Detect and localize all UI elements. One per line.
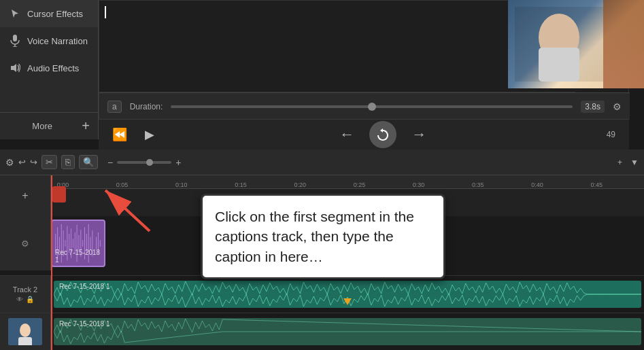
speaker-icon: [8, 61, 22, 75]
duration-label: Duration:: [130, 102, 163, 111]
track1-row: Rec 7-15-2018 1: [0, 313, 644, 350]
caption-segment-red[interactable]: [52, 186, 66, 203]
track2-lock-icon[interactable]: 🔒: [26, 296, 34, 303]
svg-rect-0: [13, 35, 17, 41]
track2-warning-icon: [343, 298, 352, 305]
time-mark-5: 0:05: [116, 181, 129, 188]
sidebar-item-label: Cursor Effects: [27, 9, 83, 19]
captions-track-controls: +: [0, 175, 51, 216]
track2-row: Track 2 👁 🔒 Rec 7-15-2018 1: [0, 275, 644, 313]
duration-slider-handle[interactable]: [368, 103, 376, 111]
audio-segment-label: Rec 7-15-2018 1: [55, 249, 104, 264]
playback-controls: ⏪ ▶ ← → 49: [99, 119, 629, 150]
expand-track-button[interactable]: ▼: [630, 158, 639, 167]
time-mark-20: 0:20: [294, 181, 306, 188]
sidebar: Cursor Effects Voice Narration Audio Eff…: [0, 0, 99, 136]
add-button[interactable]: +: [82, 118, 90, 134]
track2-icon-group: 👁 🔒: [16, 296, 34, 303]
reset-button[interactable]: [369, 121, 396, 148]
play-button[interactable]: ▶: [139, 124, 160, 145]
zoom-tool[interactable]: 🔍: [79, 155, 98, 169]
svg-rect-57: [18, 337, 32, 345]
time-mark-25: 0:25: [354, 181, 366, 188]
zoom-in-button[interactable]: +: [175, 157, 181, 168]
track1-thumbnail: [8, 318, 42, 345]
playhead: [51, 175, 52, 350]
copy-tool[interactable]: ⎘: [61, 155, 75, 169]
add-track-button[interactable]: +: [617, 158, 622, 167]
track2-waveform[interactable]: Rec 7-15-2018 1: [54, 281, 641, 308]
redo-button[interactable]: ↪: [30, 157, 37, 167]
end-time-label: 49: [607, 130, 615, 139]
time-mark-45: 0:45: [590, 181, 603, 188]
sidebar-bottom: More +: [0, 112, 99, 139]
time-mark-35: 0:35: [472, 181, 484, 188]
time-mark-10: 0:10: [175, 181, 188, 188]
cursor-icon: [8, 7, 22, 20]
track1-controls: [0, 313, 51, 350]
track1-content[interactable]: Rec 7-15-2018 1: [54, 318, 641, 345]
time-ruler: 0:00 0:05 0:10 0:15 0:20 0:25 0:30 0:35 …: [51, 175, 644, 189]
callout-box: Click on the first segment in the captio…: [201, 194, 445, 279]
sidebar-item-voice-narration[interactable]: Voice Narration: [0, 27, 98, 54]
cut-tool[interactable]: ✂: [41, 155, 57, 169]
track-settings-icon[interactable]: ⚙: [21, 239, 29, 249]
prev-frame-button[interactable]: ←: [334, 123, 360, 146]
zoom-slider[interactable]: [117, 161, 171, 164]
svg-rect-6: [515, 7, 603, 82]
track1-segment-label: Rec 7-15-2018 1: [59, 320, 110, 328]
sidebar-item-label: Audio Effects: [27, 63, 79, 73]
sidebar-item-label: Voice Narration: [27, 36, 88, 46]
time-mark-30: 0:30: [413, 181, 425, 188]
mic-icon: [8, 34, 22, 48]
text-cursor: [105, 6, 106, 18]
zoom-slider-handle[interactable]: [146, 159, 153, 166]
rewind-button[interactable]: ⏪: [107, 124, 133, 145]
audio-segment-purple[interactable]: Rec 7-15-2018 1: [51, 220, 105, 267]
svg-point-56: [20, 323, 31, 337]
sidebar-item-cursor-effects[interactable]: Cursor Effects: [0, 0, 98, 27]
video-background: [603, 0, 644, 88]
next-frame-button[interactable]: →: [406, 123, 432, 146]
undo-button[interactable]: ↩: [18, 157, 26, 167]
duration-slider[interactable]: [171, 105, 573, 108]
track2-eye-icon[interactable]: 👁: [16, 296, 23, 303]
timeline-toolbar: ⚙ ↩ ↪ ✂ ⎘ 🔍 − + + ▼: [0, 150, 644, 175]
more-button[interactable]: More: [8, 121, 76, 131]
timeline-settings-icon[interactable]: ⚙: [5, 157, 14, 168]
settings-gear-icon[interactable]: ⚙: [613, 101, 622, 112]
duration-value: 3.8s: [581, 101, 605, 113]
zoom-out-button[interactable]: −: [107, 157, 113, 168]
track2-name: Track 2: [13, 285, 37, 294]
duration-bar: a Duration: 3.8s ⚙: [99, 92, 630, 120]
a-button[interactable]: a: [107, 101, 122, 113]
caption-text-input[interactable]: [99, 1, 575, 92]
svg-marker-3: [11, 64, 16, 72]
video-preview: [508, 0, 644, 88]
video-person: [508, 0, 644, 88]
time-mark-40: 0:40: [531, 181, 543, 188]
time-mark-15: 0:15: [235, 181, 247, 188]
track2-segment-label: Rec 7-15-2018 1: [59, 283, 110, 290]
sidebar-item-audio-effects[interactable]: Audio Effects: [0, 54, 98, 82]
track2-controls: Track 2 👁 🔒: [0, 276, 51, 313]
callout-text: Click on the first segment in the captio…: [215, 207, 431, 266]
captions-add-button[interactable]: +: [22, 190, 28, 202]
audio-track-left: ⚙: [0, 216, 51, 270]
